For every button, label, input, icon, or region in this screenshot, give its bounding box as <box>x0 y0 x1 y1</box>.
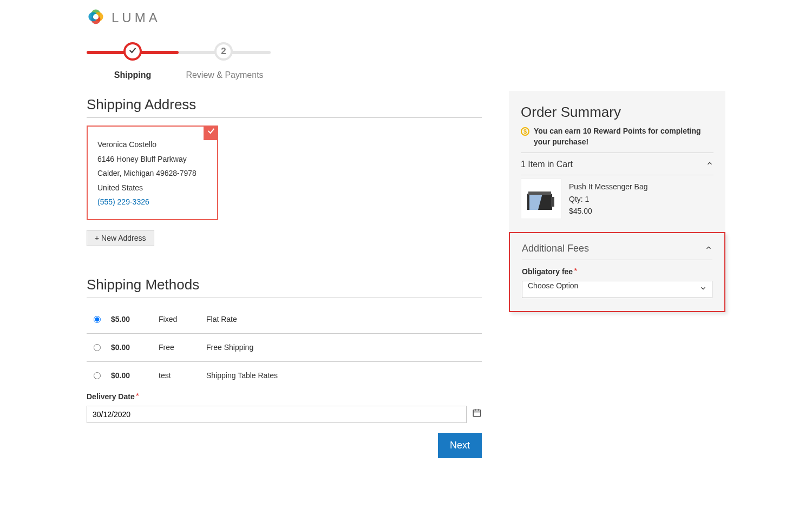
step-review-node[interactable]: 2 <box>214 42 233 61</box>
required-marker: * <box>574 267 577 276</box>
cart-item-name: Push It Messenger Bag <box>569 181 648 193</box>
address-card-selected[interactable]: Veronica Costello 6146 Honey Bluff Parkw… <box>87 126 218 220</box>
divider <box>87 117 482 118</box>
svg-rect-5 <box>473 410 481 417</box>
logo[interactable]: LUMA <box>87 8 725 28</box>
additional-fees-title: Additional Fees <box>522 243 589 254</box>
additional-fees-panel: Additional Fees Obligatory fee* Choose O… <box>509 232 725 312</box>
logo-icon <box>87 8 105 28</box>
address-name: Veronica Costello <box>97 137 207 152</box>
check-icon <box>128 46 137 57</box>
obligatory-fee-select[interactable]: Choose Option <box>522 281 712 298</box>
checkout-progress: 2 <box>87 42 271 64</box>
obligatory-fee-label: Obligatory fee <box>522 267 573 276</box>
svg-rect-18 <box>551 197 554 207</box>
next-button[interactable]: Next <box>438 433 482 458</box>
shipping-method: Flat Rate <box>202 306 482 334</box>
reward-icon: $ <box>521 127 529 136</box>
cart-item: Push It Messenger Bag Qty: 1 $45.00 <box>521 175 713 219</box>
shipping-carrier: Fixed <box>154 306 202 334</box>
shipping-carrier: test <box>154 361 202 389</box>
step-shipping-label[interactable]: Shipping <box>87 70 179 80</box>
shipping-methods-title: Shipping Methods <box>87 276 482 293</box>
cart-item-price: $45.00 <box>569 205 648 217</box>
shipping-radio-tablerates[interactable] <box>94 372 101 379</box>
obligatory-fee-selected-option: Choose Option <box>528 281 578 290</box>
shipping-price: $0.00 <box>107 361 154 389</box>
cart-item-qty: Qty: 1 <box>569 193 648 205</box>
shipping-methods-table: $5.00 Fixed Flat Rate $0.00 Free Free Sh… <box>87 306 482 389</box>
address-country: United States <box>97 181 207 195</box>
step-labels: Shipping Review & Payments <box>87 70 271 80</box>
address-selected-check <box>204 126 218 140</box>
shipping-method: Free Shipping <box>202 333 482 361</box>
svg-point-4 <box>93 14 99 19</box>
calendar-icon[interactable] <box>472 408 482 420</box>
header: LUMA <box>87 0 725 31</box>
shipping-method: Shipping Table Rates <box>202 361 482 389</box>
cart-item-thumbnail[interactable] <box>521 179 561 219</box>
address-street: 6146 Honey Bluff Parkway <box>97 152 207 167</box>
shipping-price: $5.00 <box>107 306 154 334</box>
new-address-button[interactable]: + New Address <box>87 230 154 246</box>
order-summary-title: Order Summary <box>521 104 713 121</box>
required-marker: * <box>136 392 139 401</box>
reward-points-message: $ You can earn 10 Reward Points for comp… <box>521 126 713 147</box>
cart-items-title: 1 Item in Cart <box>521 160 573 169</box>
shipping-radio-free[interactable] <box>94 344 101 351</box>
reward-text-pre: You can earn <box>534 127 583 135</box>
chevron-up-icon <box>706 160 713 169</box>
check-icon <box>207 126 215 140</box>
logo-text: LUMA <box>112 10 161 25</box>
address-city: Calder, Michigan 49628-7978 <box>97 166 207 181</box>
cart-items-toggle[interactable]: 1 Item in Cart <box>521 153 713 175</box>
reward-text-bold: 10 Reward Points <box>583 127 646 135</box>
shipping-radio-flatrate[interactable] <box>94 316 101 323</box>
delivery-date-input[interactable] <box>87 406 467 423</box>
chevron-up-icon <box>705 243 712 254</box>
order-summary: Order Summary $ You can earn 10 Reward P… <box>509 91 725 232</box>
additional-fees-toggle[interactable]: Additional Fees <box>522 233 712 260</box>
shipping-method-row[interactable]: $5.00 Fixed Flat Rate <box>87 306 482 334</box>
shipping-price: $0.00 <box>107 333 154 361</box>
shipping-method-row[interactable]: $0.00 Free Free Shipping <box>87 333 482 361</box>
step-shipping-node[interactable] <box>123 42 142 61</box>
shipping-carrier: Free <box>154 333 202 361</box>
svg-rect-17 <box>528 192 551 195</box>
shipping-address-title: Shipping Address <box>87 96 482 113</box>
step-review-label[interactable]: Review & Payments <box>179 70 271 80</box>
address-phone-link[interactable]: (555) 229-3326 <box>97 195 207 209</box>
delivery-date-label: Delivery Date <box>87 392 135 401</box>
divider <box>87 298 482 298</box>
shipping-method-row[interactable]: $0.00 test Shipping Table Rates <box>87 361 482 389</box>
